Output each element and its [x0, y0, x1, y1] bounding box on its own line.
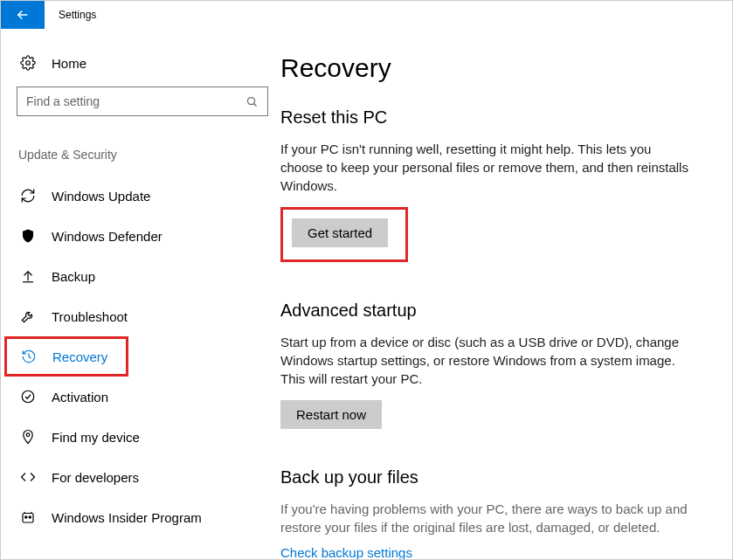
sidebar-item-label: For developers [52, 470, 139, 485]
restart-now-button[interactable]: Restart now [280, 400, 382, 429]
svg-point-0 [26, 61, 31, 66]
reset-title: Reset this PC [280, 107, 723, 128]
upload-icon [20, 268, 36, 284]
sidebar-item-activation[interactable]: Activation [17, 377, 266, 417]
advanced-desc: Start up from a device or disc (such as … [280, 333, 691, 388]
sidebar-item-backup[interactable]: Backup [17, 256, 266, 296]
sidebar-item-troubleshoot[interactable]: Troubleshoot [17, 296, 266, 336]
search-input[interactable] [26, 94, 245, 108]
sidebar-item-label: Troubleshoot [52, 309, 128, 324]
window-title: Settings [59, 9, 96, 21]
svg-point-3 [26, 433, 30, 437]
search-box[interactable] [17, 86, 268, 116]
gear-icon [20, 55, 36, 71]
sidebar-item-find-my-device[interactable]: Find my device [17, 417, 266, 457]
search-icon [245, 95, 259, 108]
backup-desc: If you're having problems with your PC, … [280, 500, 709, 536]
get-started-button[interactable]: Get started [292, 218, 388, 247]
arrow-left-icon [15, 7, 31, 23]
home-link[interactable]: Home [17, 55, 266, 71]
reset-desc: If your PC isn't running well, resetting… [280, 140, 691, 195]
svg-point-2 [22, 391, 34, 403]
check-circle-icon [20, 389, 36, 404]
svg-point-5 [25, 516, 27, 518]
backup-title: Back up your files [280, 467, 723, 487]
sidebar-item-label: Windows Insider Program [52, 510, 202, 525]
insider-icon [20, 509, 36, 525]
location-icon [20, 429, 36, 445]
svg-rect-4 [23, 514, 33, 523]
code-icon [20, 469, 36, 485]
sidebar-item-label: Backup [52, 269, 95, 284]
home-label: Home [52, 56, 86, 71]
sidebar-item-label: Windows Defender [52, 229, 163, 244]
titlebar: Settings [1, 1, 732, 29]
sidebar-item-label: Windows Update [52, 189, 150, 204]
page-title: Recovery [280, 53, 723, 83]
back-button[interactable] [1, 1, 45, 29]
sidebar-item-label: Activation [52, 390, 108, 404]
reset-button-highlight: Get started [280, 207, 408, 262]
svg-point-1 [248, 97, 255, 104]
check-backup-link[interactable]: Check backup settings [280, 545, 412, 560]
sidebar-item-label: Recovery [52, 349, 107, 364]
shield-icon [20, 228, 36, 244]
svg-point-6 [29, 516, 31, 518]
sidebar-item-windows-insider[interactable]: Windows Insider Program [17, 497, 266, 537]
sidebar-item-label: Find my device [52, 430, 140, 445]
sidebar: Home Update & Security Windows Update Wi… [1, 29, 280, 559]
content-panel: Recovery Reset this PC If your PC isn't … [280, 29, 732, 559]
sidebar-item-for-developers[interactable]: For developers [17, 457, 266, 497]
category-label: Update & Security [17, 148, 266, 162]
sync-icon [20, 188, 36, 204]
sidebar-item-windows-defender[interactable]: Windows Defender [17, 216, 266, 256]
sidebar-item-recovery[interactable]: Recovery [4, 336, 128, 377]
sidebar-item-windows-update[interactable]: Windows Update [17, 176, 266, 216]
wrench-icon [20, 308, 36, 324]
advanced-title: Advanced startup [280, 301, 723, 321]
history-icon [21, 349, 37, 364]
